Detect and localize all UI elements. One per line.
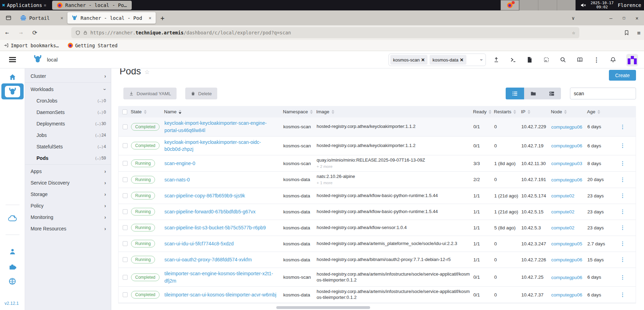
- sidebar-item-storage[interactable]: Storage›: [25, 188, 111, 200]
- create-button[interactable]: Create: [609, 70, 636, 81]
- bookmark-star-icon[interactable]: ☆: [572, 30, 575, 36]
- node-link[interactable]: computegpu06: [551, 143, 582, 148]
- column-header-age[interactable]: Age: [587, 109, 616, 114]
- taskbar-slot[interactable]: [519, 0, 538, 10]
- pod-name-link[interactable]: tileimporter-scan-engine-kosmos-tileimpo…: [164, 271, 273, 284]
- sidebar-item-more-resources[interactable]: More Resources›: [25, 223, 111, 234]
- tab-close-icon[interactable]: ✕: [60, 15, 63, 21]
- bookmark-getting-started[interactable]: Getting Started: [68, 43, 117, 48]
- lock-icon[interactable]: [83, 30, 88, 35]
- folder-view-button[interactable]: [524, 88, 543, 99]
- chip-remove-icon[interactable]: ✕: [460, 57, 464, 63]
- row-actions-kebab-icon[interactable]: ⋮: [616, 209, 629, 215]
- row-checkbox[interactable]: [123, 209, 128, 214]
- maximize-button[interactable]: □: [623, 16, 625, 20]
- row-actions-kebab-icon[interactable]: ⋮: [616, 177, 629, 183]
- column-header-ready[interactable]: Ready: [473, 109, 494, 114]
- pod-name-link[interactable]: keycloak-import-keycloakimporter-scan-en…: [164, 120, 267, 133]
- row-checkbox[interactable]: [123, 124, 128, 129]
- version-label[interactable]: v2.12.1: [5, 301, 19, 306]
- close-window-button[interactable]: ✕: [636, 15, 638, 21]
- image-more-label[interactable]: + 2 more: [317, 164, 470, 169]
- column-header-state[interactable]: State: [131, 109, 164, 114]
- bell-icon[interactable]: [605, 57, 621, 63]
- shield-icon[interactable]: [75, 30, 80, 35]
- node-link[interactable]: computegpu06: [551, 292, 582, 297]
- select-all-checkbox[interactable]: [122, 109, 127, 114]
- row-checkbox[interactable]: [123, 143, 128, 148]
- sidebar-item-cronjobs[interactable]: CronJobs(↔)0: [25, 95, 111, 106]
- url-bar[interactable]: https://rancher.technique.artemis/dashbo…: [71, 27, 579, 38]
- column-header-image[interactable]: Image: [316, 109, 473, 114]
- row-checkbox[interactable]: [123, 177, 128, 182]
- row-actions-kebab-icon[interactable]: ⋮: [616, 240, 629, 247]
- minimize-button[interactable]: –: [610, 15, 612, 21]
- compact-view-button[interactable]: [543, 88, 561, 99]
- node-link[interactable]: compute02: [551, 225, 574, 230]
- namespace-filter[interactable]: kosmos-scan✕kosmos-data✕ ›: [389, 54, 486, 66]
- browser-menu-icon[interactable]: ≡: [637, 30, 641, 36]
- tab-portail[interactable]: Portail ✕: [16, 12, 67, 24]
- download-yaml-button[interactable]: Download YAML: [123, 88, 177, 99]
- applications-menu[interactable]: ✖ Applications ≡: [0, 2, 47, 8]
- sidebar-item-policy[interactable]: Policy›: [25, 200, 111, 211]
- row-actions-kebab-icon[interactable]: ⋮: [616, 193, 629, 199]
- list-tabs-chevron-icon[interactable]: ∨: [572, 15, 574, 21]
- mute-icon[interactable]: [580, 3, 586, 8]
- column-header-name[interactable]: Name: [164, 109, 283, 114]
- taskbar-slot-firefox[interactable]: [500, 0, 519, 10]
- sidebar-item-deployments[interactable]: Deployments(↔)30: [25, 118, 111, 129]
- sidebar-item-cluster[interactable]: Cluster›: [25, 70, 111, 82]
- row-checkbox[interactable]: [123, 241, 128, 246]
- sidebar-item-apps[interactable]: Apps›: [25, 165, 111, 177]
- user-icon[interactable]: [0, 248, 25, 255]
- sidebar-item-daemonsets[interactable]: DaemonSets(↔)0: [25, 106, 111, 118]
- tab-rancher[interactable]: Rancher - local - Pod ✕: [67, 12, 156, 24]
- clock[interactable]: 2025-10-17 09:02: [590, 1, 613, 9]
- search-icon[interactable]: [555, 57, 571, 63]
- tab-close-icon[interactable]: ✕: [149, 15, 152, 21]
- row-actions-kebab-icon[interactable]: ⋮: [616, 256, 629, 263]
- delete-button[interactable]: Delete: [185, 88, 217, 99]
- row-checkbox[interactable]: [123, 292, 128, 297]
- row-actions-kebab-icon[interactable]: ⋮: [616, 274, 629, 280]
- book-icon[interactable]: [571, 57, 588, 63]
- tab-list-icon[interactable]: [6, 15, 11, 21]
- pod-name-link[interactable]: scan-pipeline-copy-867fb659b9-sjs9k: [164, 193, 245, 198]
- pod-name-link[interactable]: scan-pipeline-list-s3-bucket-5b75c5577b-…: [164, 225, 266, 230]
- column-header-namespace[interactable]: Namespace: [283, 109, 316, 114]
- globe-icon[interactable]: [0, 277, 25, 285]
- new-tab-button[interactable]: +: [161, 14, 164, 22]
- sidebar-item-pods[interactable]: Pods(↔)59: [25, 152, 111, 164]
- pod-name-link[interactable]: scan-ui-oauth2-proxy-7d68fdd574-xvkfm: [164, 257, 252, 262]
- pod-name-link[interactable]: scan-ui-idu-ui-5fcf7744c8-5xdzd: [164, 241, 234, 246]
- node-link[interactable]: computegpu06: [551, 257, 582, 262]
- pod-name-link[interactable]: keycloak-import-keycloakimporter-scan-oi…: [164, 139, 261, 152]
- kebab-menu-icon[interactable]: ⋮: [588, 56, 605, 64]
- terminal-icon[interactable]: [505, 57, 521, 63]
- sidebar-item-service-discovery[interactable]: Service Discovery›: [25, 177, 111, 188]
- sidebar-item-monitoring[interactable]: Monitoring›: [25, 211, 111, 223]
- user-avatar[interactable]: [626, 54, 638, 66]
- pod-name-link[interactable]: scan-engine-0: [164, 161, 195, 166]
- forward-button[interactable]: →: [14, 29, 28, 36]
- chip-remove-icon[interactable]: ✕: [421, 57, 425, 63]
- clipboard-icon[interactable]: [538, 57, 555, 63]
- namespace-chip[interactable]: kosmos-data✕: [430, 55, 466, 65]
- row-checkbox[interactable]: [123, 225, 128, 230]
- file-icon[interactable]: [521, 57, 538, 63]
- namespace-chip[interactable]: kosmos-scan✕: [390, 55, 427, 65]
- node-link[interactable]: computegpu03: [551, 161, 582, 166]
- row-checkbox[interactable]: [123, 257, 128, 262]
- reload-button[interactable]: ⟳: [28, 29, 42, 36]
- chevron-down-icon[interactable]: ›: [479, 59, 485, 61]
- taskbar-slot[interactable]: [538, 0, 557, 10]
- row-checkbox[interactable]: [123, 193, 128, 198]
- cluster-rail-item[interactable]: [1, 83, 24, 99]
- row-actions-kebab-icon[interactable]: ⋮: [616, 292, 629, 298]
- row-checkbox[interactable]: [123, 161, 128, 166]
- sidebar-item-jobs[interactable]: Jobs(↔)24: [25, 129, 111, 141]
- node-link[interactable]: computegpu05: [551, 241, 582, 246]
- node-link[interactable]: computegpu06: [551, 177, 582, 182]
- search-input[interactable]: [570, 88, 636, 99]
